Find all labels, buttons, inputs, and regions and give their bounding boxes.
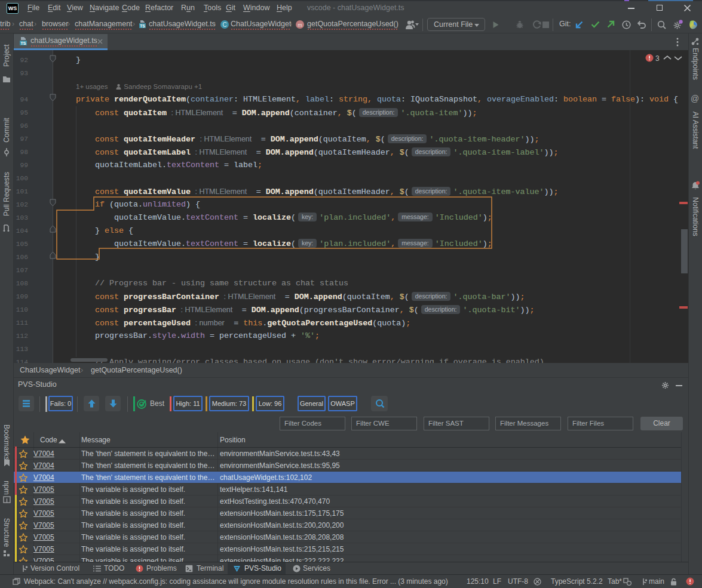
svg-text:3: 3	[655, 54, 660, 63]
svg-text:C: C	[222, 21, 226, 28]
svg-text:TS: TS	[140, 24, 145, 28]
svg-text:m: m	[298, 22, 302, 28]
svg-text:TS: TS	[21, 41, 26, 45]
